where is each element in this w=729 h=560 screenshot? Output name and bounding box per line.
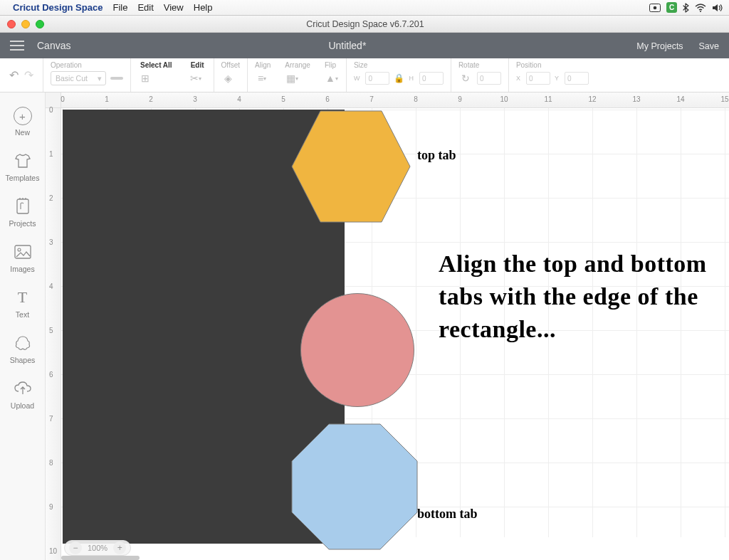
screen-record-icon[interactable] (649, 4, 661, 12)
cricut-badge-icon[interactable]: C (666, 2, 677, 13)
operation-select[interactable]: Basic Cut (51, 71, 106, 85)
notebook-icon (13, 196, 33, 216)
rail-new[interactable]: + New (0, 100, 45, 144)
wifi-icon[interactable] (695, 4, 706, 12)
zoom-out-button[interactable]: − (69, 541, 82, 554)
mac-menubar: Cricut Design Space File Edit View Help … (0, 0, 729, 16)
edit-icon[interactable]: ✂▾ (189, 71, 203, 85)
window-maximize-button[interactable] (36, 20, 44, 28)
arrange-button[interactable]: ▦▾ (285, 71, 299, 85)
window-close-button[interactable] (7, 20, 16, 28)
my-projects-link[interactable]: My Projects (636, 41, 683, 51)
menu-file[interactable]: File (112, 2, 127, 13)
rail-upload[interactable]: Upload (0, 371, 45, 417)
left-rail: + New Templates Projects Images T Text S… (0, 93, 46, 560)
height-input[interactable]: 0 (419, 72, 444, 85)
annotation-bottom-tab: bottom tab (417, 507, 478, 522)
traffic-lights (0, 20, 44, 28)
pos-x-input[interactable]: 0 (526, 72, 550, 85)
rail-projects[interactable]: Projects (0, 189, 45, 235)
header-right: My Projects Save (624, 40, 719, 51)
rotate-label: Rotate (458, 61, 501, 69)
svg-rect-3 (17, 199, 28, 213)
size-label: Size (354, 61, 444, 69)
plus-icon: + (14, 107, 32, 125)
operation-color-swatch[interactable] (110, 77, 123, 80)
position-label: Position (516, 61, 589, 69)
save-link[interactable]: Save (699, 41, 720, 51)
menubar-status: C (649, 2, 723, 13)
svg-point-2 (700, 11, 701, 12)
zoom-in-button[interactable]: + (113, 541, 126, 554)
canvas-label: Canvas (37, 40, 70, 51)
rail-images[interactable]: Images (0, 235, 45, 280)
hamburger-menu-button[interactable] (10, 41, 24, 51)
circle-shape[interactable] (300, 293, 414, 407)
offset-label: Offset (221, 61, 241, 69)
image-icon (13, 242, 33, 262)
ruler-corner (46, 93, 61, 108)
rotate-icon: ↻ (458, 71, 473, 85)
rotate-input[interactable]: 0 (477, 72, 501, 85)
offset-button[interactable]: ◈ (221, 71, 236, 85)
window-titlebar: Cricut Design Space v6.7.201 (0, 16, 729, 33)
edit-button[interactable]: Edit (189, 61, 206, 69)
volume-icon[interactable] (712, 4, 723, 12)
arrange-label: Arrange (285, 61, 310, 69)
annotation-instruction: Align the top and bottom tabs with the e… (439, 248, 729, 346)
window-title: Cricut Design Space v6.7.201 (44, 19, 686, 29)
pos-y-input[interactable]: 0 (565, 72, 589, 85)
rail-shapes[interactable]: Shapes (0, 326, 45, 371)
octagon-shape[interactable] (290, 423, 419, 551)
menu-view[interactable]: View (164, 2, 184, 13)
bluetooth-icon[interactable] (683, 3, 689, 13)
svg-marker-6 (292, 111, 410, 222)
operation-group: Operation Basic Cut (43, 58, 130, 92)
lock-aspect-icon[interactable]: 🔒 (394, 73, 404, 83)
ruler-vertical: 012345678910 (46, 108, 61, 560)
zoom-percent: 100% (88, 544, 107, 552)
shirt-icon (13, 151, 33, 171)
upload-icon (13, 379, 33, 398)
annotation-top-tab: top tab (417, 148, 456, 163)
canvas-area[interactable]: 0123456789101112131415 012345678910 top … (46, 93, 729, 560)
horizontal-scrollbar[interactable] (61, 556, 140, 560)
svg-point-1 (654, 6, 657, 9)
rail-templates[interactable]: Templates (0, 144, 45, 189)
flip-label: Flip (325, 61, 339, 69)
design-canvas[interactable]: top tab bottom tab Align the top and bot… (61, 108, 729, 537)
select-all-icon[interactable]: ⊞ (138, 71, 152, 85)
ruler-horizontal: 0123456789101112131415 (61, 93, 729, 108)
svg-point-5 (18, 248, 21, 251)
hexagon-shape[interactable] (290, 110, 411, 223)
menubar-app-name[interactable]: Cricut Design Space (13, 2, 103, 13)
svg-marker-7 (292, 424, 417, 549)
redo-button[interactable]: ↷ (24, 68, 33, 82)
undo-button[interactable]: ↶ (9, 68, 19, 82)
align-label: Align (255, 61, 271, 69)
menu-edit[interactable]: Edit (137, 2, 153, 13)
app-header: Canvas Untitled* My Projects Save (0, 33, 729, 58)
select-all-button[interactable]: Select All (138, 61, 174, 69)
width-input[interactable]: 0 (365, 72, 389, 85)
text-icon: T (13, 287, 33, 307)
align-button[interactable]: ≡▾ (255, 71, 269, 85)
document-title: Untitled* (70, 40, 624, 51)
menu-help[interactable]: Help (194, 2, 213, 13)
toolbar: ↶ ↷ Operation Basic Cut Select All ⊞ Edi… (0, 58, 729, 93)
shapes-icon (13, 333, 33, 353)
zoom-control: − 100% + (64, 540, 131, 556)
window-minimize-button[interactable] (21, 20, 30, 28)
rail-text[interactable]: T Text (0, 280, 45, 326)
flip-button[interactable]: ▲▾ (325, 71, 339, 85)
